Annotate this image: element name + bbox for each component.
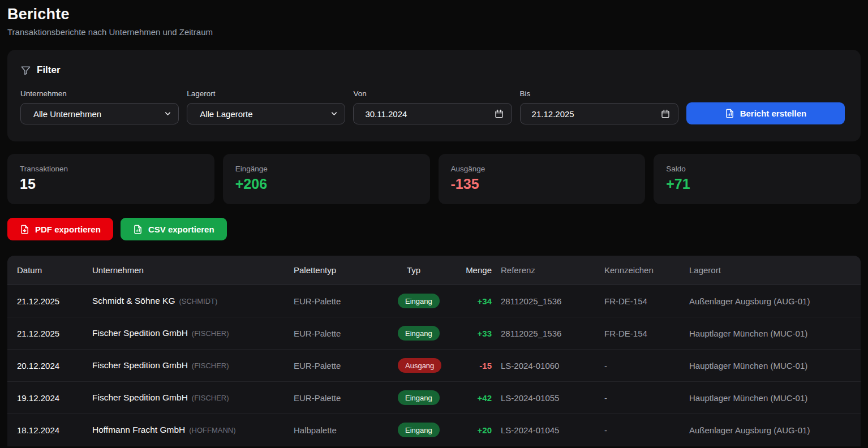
table-header-row: Datum Unternehmen Palettentyp Typ Menge … — [7, 256, 861, 285]
col-header-lagerort: Lagerort — [680, 265, 851, 275]
cell-lagerort: Außenlager Augsburg (AUG-01) — [680, 425, 851, 435]
col-header-unternehmen: Unternehmen — [92, 265, 294, 275]
company-code: (HOFFMANN) — [189, 426, 235, 434]
cell-typ: Eingang — [398, 423, 460, 437]
stat-value: 15 — [20, 176, 202, 192]
cell-unternehmen: Fischer Spedition GmbH(FISCHER) — [92, 360, 294, 371]
stat-card: Transaktionen 15 — [7, 154, 214, 204]
cell-menge: -15 — [460, 361, 492, 371]
cell-palettentyp: EUR-Palette — [294, 393, 398, 403]
bis-date-input[interactable]: 21.12.2025 — [520, 103, 678, 124]
cell-referenz: LS-2024-01045 — [492, 425, 595, 435]
export-actions: PDF exportieren CSV exportieren — [7, 218, 861, 240]
filter-panel: Filter Unternehmen Alle Unternehmen Lage… — [7, 50, 861, 141]
cell-typ: Ausgang — [398, 358, 460, 373]
cell-palettentyp: EUR-Palette — [294, 296, 398, 306]
cell-typ: Eingang — [398, 326, 460, 341]
stat-card: Eingänge +206 — [223, 154, 430, 204]
cell-lagerort: Hauptlager München (MUC-01) — [680, 329, 851, 338]
table-row[interactable]: 19.12.2024 Fischer Spedition GmbH(FISCHE… — [7, 382, 861, 414]
cell-datum: 19.12.2024 — [17, 393, 92, 403]
unternehmen-select[interactable]: Alle Unternehmen — [20, 103, 179, 124]
table-row[interactable]: 18.12.2024 Hoffmann Fracht GmbH(HOFFMANN… — [7, 414, 861, 446]
export-csv-label: CSV exportieren — [148, 225, 214, 234]
table-row[interactable]: 21.12.2025 Fischer Spedition GmbH(FISCHE… — [7, 317, 861, 350]
von-label: Von — [353, 89, 512, 98]
export-pdf-label: PDF exportieren — [35, 225, 101, 234]
bis-label: Bis — [520, 89, 678, 98]
cell-unternehmen: Fischer Spedition GmbH(FISCHER) — [92, 393, 294, 403]
lagerort-label: Lagerort — [187, 89, 345, 98]
type-badge: Eingang — [398, 294, 440, 308]
cell-datum: 21.12.2025 — [17, 329, 92, 338]
stat-card: Saldo +71 — [654, 154, 861, 204]
cell-kennzeichen: - — [595, 393, 680, 403]
von-date-input[interactable]: 30.11.2024 — [353, 103, 512, 124]
cell-datum: 21.12.2025 — [17, 296, 92, 306]
col-header-referenz: Referenz — [492, 265, 595, 275]
cell-menge: +20 — [460, 425, 492, 435]
file-download-icon — [20, 225, 29, 234]
company-code: (SCHMIDT) — [179, 297, 217, 305]
col-header-kennzeichen: Kennzeichen — [595, 265, 680, 275]
filter-header: Filter — [20, 64, 845, 76]
cell-menge: +42 — [460, 393, 492, 403]
stat-label: Ausgänge — [451, 165, 633, 173]
cell-unternehmen: Fischer Spedition GmbH(FISCHER) — [92, 328, 294, 338]
cell-referenz: 28112025_1536 — [492, 329, 595, 338]
field-lagerort: Lagerort Alle Lagerorte — [187, 89, 345, 124]
cell-palettentyp: Halbpalette — [294, 425, 398, 435]
cell-datum: 18.12.2024 — [17, 425, 92, 435]
stat-label: Saldo — [666, 165, 848, 173]
cell-lagerort: Außenlager Augsburg (AUG-01) — [680, 296, 851, 306]
unternehmen-label: Unternehmen — [20, 89, 179, 98]
table-row[interactable]: 21.12.2025 Schmidt & Söhne KG(SCHMIDT) E… — [7, 285, 861, 317]
cell-referenz: LS-2024-01060 — [492, 361, 595, 371]
create-report-label: Bericht erstellen — [740, 109, 807, 118]
stat-value: -135 — [451, 176, 633, 192]
table-body: 21.12.2025 Schmidt & Söhne KG(SCHMIDT) E… — [7, 285, 861, 446]
cell-menge: +34 — [460, 296, 492, 306]
cell-typ: Eingang — [398, 294, 460, 308]
cell-referenz: LS-2024-01055 — [492, 393, 595, 403]
bis-date-value: 21.12.2025 — [532, 109, 574, 119]
stat-card: Ausgänge -135 — [439, 154, 646, 204]
stats-row: Transaktionen 15 Eingänge +206 Ausgänge … — [7, 154, 861, 204]
cell-typ: Eingang — [398, 390, 460, 405]
page-subtitle: Transaktionsberichte nach Unternehmen un… — [7, 27, 861, 37]
cell-lagerort: Hauptlager München (MUC-01) — [680, 361, 851, 371]
filter-fields: Unternehmen Alle Unternehmen Lagerort Al… — [20, 89, 845, 124]
export-pdf-button[interactable]: PDF exportieren — [7, 218, 113, 240]
cell-kennzeichen: - — [595, 361, 680, 371]
cell-kennzeichen: FR-DE-154 — [595, 329, 680, 338]
page-title: Berichte — [7, 6, 861, 23]
cell-palettentyp: EUR-Palette — [294, 329, 398, 338]
field-von: Von 30.11.2024 — [353, 89, 512, 124]
calendar-icon[interactable] — [661, 109, 670, 118]
file-chart-icon — [725, 109, 734, 118]
stat-label: Eingänge — [235, 165, 418, 173]
cell-lagerort: Hauptlager München (MUC-01) — [680, 393, 851, 403]
reports-page: Berichte Transaktionsberichte nach Unter… — [0, 0, 868, 446]
table-row[interactable]: 20.12.2024 Fischer Spedition GmbH(FISCHE… — [7, 350, 861, 382]
company-code: (FISCHER) — [192, 329, 229, 338]
company-code: (FISCHER) — [192, 361, 229, 370]
calendar-icon[interactable] — [495, 109, 504, 118]
von-date-value: 30.11.2024 — [365, 109, 407, 119]
cell-kennzeichen: - — [595, 425, 680, 435]
lagerort-select[interactable]: Alle Lagerorte — [187, 103, 345, 124]
stat-value: +71 — [666, 176, 848, 192]
filter-title: Filter — [37, 64, 61, 76]
stat-label: Transaktionen — [20, 165, 202, 173]
type-badge: Ausgang — [398, 358, 441, 373]
file-chart-icon — [133, 225, 143, 234]
type-badge: Eingang — [398, 423, 440, 437]
create-report-button[interactable]: Bericht erstellen — [686, 102, 845, 124]
type-badge: Eingang — [398, 390, 440, 405]
export-csv-button[interactable]: CSV exportieren — [121, 218, 227, 240]
cell-referenz: 28112025_1536 — [492, 296, 595, 306]
cell-menge: +33 — [460, 329, 492, 338]
field-bis: Bis 21.12.2025 — [520, 89, 678, 124]
company-code: (FISCHER) — [192, 394, 229, 402]
col-header-menge: Menge — [460, 265, 492, 275]
